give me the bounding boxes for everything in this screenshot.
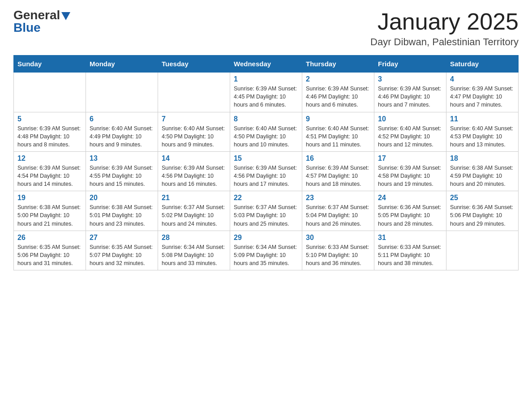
calendar-day-cell: 11Sunrise: 6:40 AM Sunset: 4:53 PM Dayli…: [446, 112, 519, 151]
calendar-week-row: 19Sunrise: 6:38 AM Sunset: 5:00 PM Dayli…: [14, 191, 519, 231]
day-of-week-header: Wednesday: [230, 56, 302, 73]
calendar-day-cell: 25Sunrise: 6:36 AM Sunset: 5:06 PM Dayli…: [446, 191, 519, 231]
day-of-week-header: Saturday: [446, 56, 519, 73]
day-info: Sunrise: 6:33 AM Sunset: 5:11 PM Dayligh…: [378, 243, 442, 267]
calendar-day-cell: 3Sunrise: 6:39 AM Sunset: 4:46 PM Daylig…: [374, 73, 446, 112]
calendar-day-cell: [86, 73, 158, 112]
day-info: Sunrise: 6:35 AM Sunset: 5:06 PM Dayligh…: [17, 243, 82, 267]
title-area: January 2025 Dayr Dibwan, Palestinian Te…: [370, 9, 519, 48]
calendar-day-cell: 17Sunrise: 6:39 AM Sunset: 4:58 PM Dayli…: [374, 151, 446, 191]
day-number: 25: [450, 194, 515, 202]
calendar-day-cell: 5Sunrise: 6:39 AM Sunset: 4:48 PM Daylig…: [14, 112, 86, 151]
day-info: Sunrise: 6:39 AM Sunset: 4:56 PM Dayligh…: [234, 164, 298, 188]
day-number: 24: [378, 194, 442, 202]
day-info: Sunrise: 6:40 AM Sunset: 4:50 PM Dayligh…: [234, 124, 298, 149]
day-number: 15: [234, 154, 298, 163]
calendar-day-cell: 21Sunrise: 6:37 AM Sunset: 5:02 PM Dayli…: [158, 191, 230, 231]
calendar-day-cell: 15Sunrise: 6:39 AM Sunset: 4:56 PM Dayli…: [230, 151, 302, 191]
day-info: Sunrise: 6:40 AM Sunset: 4:51 PM Dayligh…: [306, 124, 370, 149]
calendar-day-cell: [446, 231, 519, 270]
calendar-day-cell: 30Sunrise: 6:33 AM Sunset: 5:10 PM Dayli…: [302, 231, 374, 270]
day-info: Sunrise: 6:34 AM Sunset: 5:08 PM Dayligh…: [162, 243, 226, 267]
day-number: 5: [17, 115, 82, 123]
calendar-day-cell: 8Sunrise: 6:40 AM Sunset: 4:50 PM Daylig…: [230, 112, 302, 151]
day-number: 17: [378, 154, 442, 163]
day-number: 23: [306, 194, 370, 202]
day-of-week-header: Friday: [374, 56, 446, 73]
calendar-day-cell: 19Sunrise: 6:38 AM Sunset: 5:00 PM Dayli…: [14, 191, 86, 231]
day-info: Sunrise: 6:39 AM Sunset: 4:57 PM Dayligh…: [306, 164, 370, 188]
logo-general: General: [13, 9, 70, 21]
day-info: Sunrise: 6:40 AM Sunset: 4:52 PM Dayligh…: [378, 124, 442, 149]
day-number: 9: [306, 115, 370, 123]
calendar-day-cell: 29Sunrise: 6:34 AM Sunset: 5:09 PM Dayli…: [230, 231, 302, 270]
day-of-week-header: Tuesday: [158, 56, 230, 73]
calendar-day-cell: 20Sunrise: 6:38 AM Sunset: 5:01 PM Dayli…: [86, 191, 158, 231]
day-info: Sunrise: 6:37 AM Sunset: 5:04 PM Dayligh…: [306, 203, 370, 227]
calendar-day-cell: [158, 73, 230, 112]
day-info: Sunrise: 6:39 AM Sunset: 4:47 PM Dayligh…: [450, 85, 515, 109]
day-number: 20: [90, 194, 154, 202]
location-title: Dayr Dibwan, Palestinian Territory: [370, 36, 519, 48]
logo-triangle-icon: [61, 12, 70, 20]
day-number: 13: [90, 154, 154, 163]
day-number: 21: [162, 194, 226, 202]
day-info: Sunrise: 6:40 AM Sunset: 4:49 PM Dayligh…: [90, 124, 154, 149]
day-number: 6: [90, 115, 154, 123]
day-info: Sunrise: 6:37 AM Sunset: 5:03 PM Dayligh…: [234, 203, 298, 227]
day-info: Sunrise: 6:35 AM Sunset: 5:07 PM Dayligh…: [90, 243, 154, 267]
calendar-week-row: 5Sunrise: 6:39 AM Sunset: 4:48 PM Daylig…: [14, 112, 519, 151]
day-number: 2: [306, 75, 370, 83]
day-number: 28: [162, 234, 226, 242]
day-info: Sunrise: 6:37 AM Sunset: 5:02 PM Dayligh…: [162, 203, 226, 227]
page-header: General Blue January 2025 Dayr Dibwan, P…: [13, 9, 519, 48]
logo-blue-text: Blue: [13, 21, 41, 34]
calendar-day-cell: 24Sunrise: 6:36 AM Sunset: 5:05 PM Dayli…: [374, 191, 446, 231]
day-number: 27: [90, 234, 154, 242]
day-number: 22: [234, 194, 298, 202]
day-info: Sunrise: 6:39 AM Sunset: 4:58 PM Dayligh…: [378, 164, 442, 188]
day-number: 12: [17, 154, 82, 163]
calendar-day-cell: 23Sunrise: 6:37 AM Sunset: 5:04 PM Dayli…: [302, 191, 374, 231]
day-info: Sunrise: 6:39 AM Sunset: 4:56 PM Dayligh…: [162, 164, 226, 188]
calendar-day-cell: 7Sunrise: 6:40 AM Sunset: 4:50 PM Daylig…: [158, 112, 230, 151]
calendar-header-row: SundayMondayTuesdayWednesdayThursdayFrid…: [14, 56, 519, 73]
day-number: 10: [378, 115, 442, 123]
day-number: 7: [162, 115, 226, 123]
day-info: Sunrise: 6:33 AM Sunset: 5:10 PM Dayligh…: [306, 243, 370, 267]
day-info: Sunrise: 6:39 AM Sunset: 4:48 PM Dayligh…: [17, 124, 82, 149]
day-info: Sunrise: 6:40 AM Sunset: 4:53 PM Dayligh…: [450, 124, 515, 149]
day-number: 18: [450, 154, 515, 163]
day-info: Sunrise: 6:36 AM Sunset: 5:06 PM Dayligh…: [450, 203, 515, 227]
calendar-day-cell: 26Sunrise: 6:35 AM Sunset: 5:06 PM Dayli…: [14, 231, 86, 270]
day-number: 29: [234, 234, 298, 242]
day-info: Sunrise: 6:34 AM Sunset: 5:09 PM Dayligh…: [234, 243, 298, 267]
calendar-day-cell: 6Sunrise: 6:40 AM Sunset: 4:49 PM Daylig…: [86, 112, 158, 151]
calendar-day-cell: 22Sunrise: 6:37 AM Sunset: 5:03 PM Dayli…: [230, 191, 302, 231]
day-number: 30: [306, 234, 370, 242]
calendar-week-row: 26Sunrise: 6:35 AM Sunset: 5:06 PM Dayli…: [14, 231, 519, 270]
calendar-day-cell: 9Sunrise: 6:40 AM Sunset: 4:51 PM Daylig…: [302, 112, 374, 151]
calendar-day-cell: [14, 73, 86, 112]
calendar-day-cell: 28Sunrise: 6:34 AM Sunset: 5:08 PM Dayli…: [158, 231, 230, 270]
day-info: Sunrise: 6:39 AM Sunset: 4:46 PM Dayligh…: [378, 85, 442, 109]
calendar-day-cell: 4Sunrise: 6:39 AM Sunset: 4:47 PM Daylig…: [446, 73, 519, 112]
calendar-day-cell: 16Sunrise: 6:39 AM Sunset: 4:57 PM Dayli…: [302, 151, 374, 191]
day-number: 16: [306, 154, 370, 163]
day-number: 3: [378, 75, 442, 83]
calendar-week-row: 1Sunrise: 6:39 AM Sunset: 4:45 PM Daylig…: [14, 73, 519, 112]
day-number: 11: [450, 115, 515, 123]
day-of-week-header: Sunday: [14, 56, 86, 73]
calendar-table: SundayMondayTuesdayWednesdayThursdayFrid…: [13, 55, 519, 270]
calendar-day-cell: 2Sunrise: 6:39 AM Sunset: 4:46 PM Daylig…: [302, 73, 374, 112]
logo: General Blue: [13, 9, 70, 34]
day-info: Sunrise: 6:39 AM Sunset: 4:45 PM Dayligh…: [234, 85, 298, 109]
day-number: 31: [378, 234, 442, 242]
calendar-day-cell: 31Sunrise: 6:33 AM Sunset: 5:11 PM Dayli…: [374, 231, 446, 270]
calendar-day-cell: 12Sunrise: 6:39 AM Sunset: 4:54 PM Dayli…: [14, 151, 86, 191]
calendar-day-cell: 1Sunrise: 6:39 AM Sunset: 4:45 PM Daylig…: [230, 73, 302, 112]
day-of-week-header: Thursday: [302, 56, 374, 73]
calendar-day-cell: 14Sunrise: 6:39 AM Sunset: 4:56 PM Dayli…: [158, 151, 230, 191]
month-title: January 2025: [370, 9, 519, 34]
day-info: Sunrise: 6:40 AM Sunset: 4:50 PM Dayligh…: [162, 124, 226, 149]
